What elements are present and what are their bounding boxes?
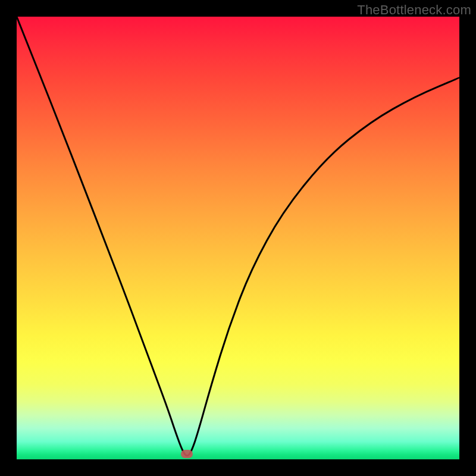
watermark-text: TheBottleneck.com	[357, 2, 471, 18]
bottleneck-curve	[17, 17, 459, 459]
optimal-point-marker	[181, 450, 193, 458]
plot-area	[17, 17, 459, 459]
